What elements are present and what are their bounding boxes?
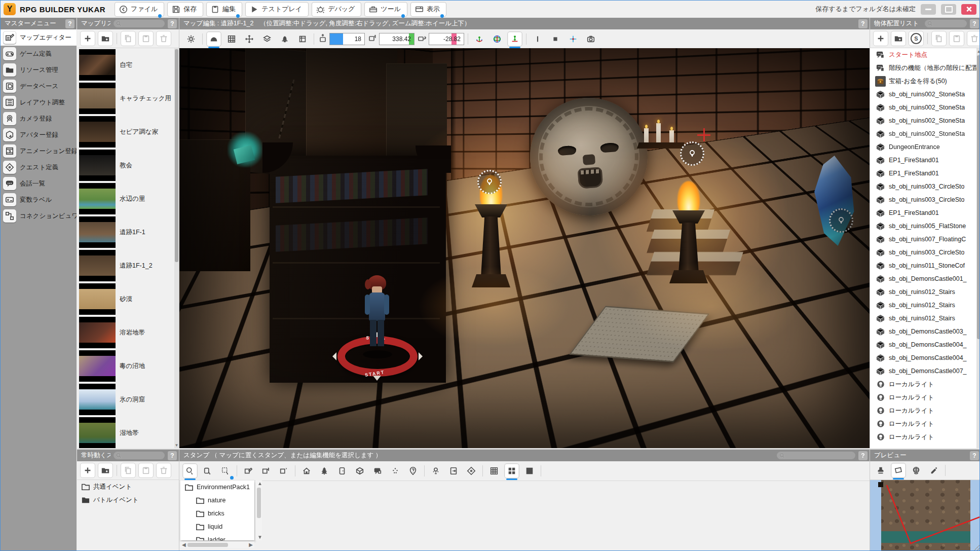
- menu-save-button[interactable]: 保存: [167, 2, 203, 17]
- object-list-item[interactable]: sb_obj_DemonsCastle001_: [870, 272, 980, 285]
- map-list-item[interactable]: セピア調な家: [77, 115, 179, 149]
- add-object-button[interactable]: [873, 31, 888, 46]
- object-list-item[interactable]: sb_obj_DemonsCastle004_: [870, 338, 980, 351]
- stamp-preview-button[interactable]: [873, 463, 888, 478]
- search-box[interactable]: [925, 20, 967, 27]
- sidebar-item-connection-viewer[interactable]: コネクションビュワー: [1, 208, 77, 224]
- maximize-button[interactable]: [941, 4, 956, 15]
- paste-button[interactable]: [138, 31, 154, 46]
- menu-tools-button[interactable]: ツール: [364, 2, 407, 17]
- map-list-item[interactable]: 教会: [77, 149, 179, 182]
- gizmo-translate-icon[interactable]: [472, 31, 487, 47]
- map-list-item[interactable]: 砂漠: [77, 282, 179, 316]
- map-list-item[interactable]: 遺跡1F-1_2: [77, 249, 179, 282]
- sidebar-item-dialogues[interactable]: 会話一覧: [1, 175, 77, 192]
- object-list-item[interactable]: sb_obj_ruins002_StoneSta: [870, 88, 980, 101]
- object-list-item[interactable]: sb_obj_ruins011_StoneCof: [870, 259, 980, 272]
- light-stamp-button[interactable]: [428, 463, 443, 479]
- axis-lock-icon[interactable]: [566, 31, 581, 47]
- angle-value-field[interactable]: 338.42: [379, 33, 414, 45]
- stamp-tree-item[interactable]: bricks: [180, 507, 254, 520]
- globe-preview-button[interactable]: [909, 463, 924, 478]
- box-mode-button[interactable]: [295, 31, 310, 47]
- tilt-value-field[interactable]: -28.82: [429, 33, 464, 45]
- select-zoom-cursor-button[interactable]: [182, 463, 198, 479]
- map-list-item[interactable]: 湿地帯: [77, 416, 179, 448]
- sidebar-item-animation[interactable]: アニメーション登録: [1, 143, 77, 159]
- object-list-item[interactable]: DungeonEntrance: [870, 140, 980, 154]
- select-object-cursor-button[interactable]: [200, 463, 215, 479]
- object-list-item[interactable]: EP1_FireStand01: [870, 167, 980, 180]
- object-list-item[interactable]: sb_obj_DemonsCastle003_: [870, 325, 980, 338]
- frame-rotate-button[interactable]: [891, 463, 906, 478]
- terrain-mode-button[interactable]: [206, 31, 221, 47]
- object-list-item[interactable]: ローカルライト: [870, 430, 980, 444]
- object-list-item[interactable]: sb_obj_DemonsCastle004_: [870, 351, 980, 364]
- stamp-rotate-button[interactable]: [258, 463, 274, 479]
- menu-file-button[interactable]: ファイル: [115, 2, 164, 17]
- stamp-tree-item[interactable]: nature: [180, 494, 254, 507]
- delete-button[interactable]: [156, 463, 171, 478]
- delete-button[interactable]: [967, 31, 980, 46]
- map-list-item[interactable]: 水辺の里: [77, 182, 179, 215]
- close-button[interactable]: [961, 4, 976, 15]
- help-button[interactable]: ?: [168, 19, 177, 28]
- select-rect-cursor-button[interactable]: [218, 463, 233, 479]
- object-list-item[interactable]: sb_obj_ruins012_Stairs: [870, 299, 980, 312]
- object-list-item[interactable]: ローカルライト: [870, 404, 980, 417]
- script-folder-item[interactable]: 共通イベント: [77, 480, 179, 493]
- script-folder-item[interactable]: バトルイベント: [77, 493, 179, 506]
- object-list-item[interactable]: スタート地点: [870, 48, 980, 61]
- sidebar-item-layout[interactable]: レイアウト調整: [1, 94, 77, 111]
- tree-stamp-button[interactable]: [317, 463, 332, 479]
- sidebar-item-quest[interactable]: クエスト定義: [1, 159, 77, 175]
- map-viewport[interactable]: START START: [179, 48, 870, 448]
- object-list-item[interactable]: sb_obj_ruins002_StoneSta: [870, 114, 980, 127]
- stamp-layer-button[interactable]: [259, 31, 275, 47]
- quest-tag-stamp-button[interactable]: [464, 463, 479, 479]
- map-list-item[interactable]: 氷の洞窟: [77, 383, 179, 416]
- copy-button[interactable]: [121, 463, 136, 478]
- search-box[interactable]: [114, 20, 165, 27]
- menu-edit-button[interactable]: 編集: [206, 2, 242, 17]
- light-gizmo-icon[interactable]: [829, 208, 853, 233]
- add-folder-button[interactable]: [891, 31, 906, 46]
- object-list-item[interactable]: ローカルライト: [870, 391, 980, 404]
- delete-button[interactable]: [156, 31, 171, 46]
- s-circle-button[interactable]: S: [909, 31, 924, 46]
- object-list-scrollbar[interactable]: ▲: [976, 48, 980, 448]
- sidebar-item-game-define[interactable]: ゲーム定義: [1, 46, 77, 62]
- help-button[interactable]: ?: [65, 19, 74, 28]
- add-folder-button[interactable]: [98, 31, 113, 46]
- minimize-button[interactable]: [921, 4, 936, 15]
- object-list-item[interactable]: sb_obj_DemonsCastle007_: [870, 364, 980, 378]
- stamp-tree-item[interactable]: liquid: [180, 520, 254, 533]
- paste-button[interactable]: [138, 463, 154, 478]
- house-stamp-button[interactable]: [299, 463, 314, 479]
- object-list-item[interactable]: sb_obj_ruins003_CircleSto: [870, 246, 980, 259]
- grid-mode-button[interactable]: [224, 31, 239, 47]
- object-list-item[interactable]: EP1_FireStand01: [870, 154, 980, 167]
- settings-gear-icon[interactable]: [183, 31, 199, 47]
- help-button[interactable]: ?: [858, 451, 868, 460]
- help-button[interactable]: ?: [858, 19, 868, 28]
- object-list-item[interactable]: sb_obj_ruins003_CircleSto: [870, 180, 980, 193]
- object-list-item[interactable]: sb_obj_ruins003_CircleSto: [870, 193, 980, 206]
- snap-square-icon[interactable]: [548, 31, 563, 47]
- object-list-item[interactable]: sb_obj_ruins007_FloatingC: [870, 233, 980, 246]
- map-list-item[interactable]: キャラチェック用: [77, 82, 179, 115]
- screenshot-camera-icon[interactable]: [583, 31, 598, 47]
- object-list-item[interactable]: 階段の機能（地形の階段に配置: [870, 61, 980, 75]
- sidebar-item-resources[interactable]: リソース管理: [1, 62, 77, 78]
- map-list-scrollbar[interactable]: ▼: [174, 48, 179, 448]
- gizmo-globe-icon[interactable]: [489, 31, 505, 47]
- object-list-item[interactable]: EP1_FireStand01: [870, 206, 980, 219]
- help-button[interactable]: ?: [970, 19, 979, 28]
- add-map-button[interactable]: [80, 31, 95, 46]
- sidebar-item-database[interactable]: データベース: [1, 78, 77, 94]
- sidebar-item-map-editor[interactable]: マップエディター: [1, 29, 77, 46]
- help-button[interactable]: ?: [168, 451, 177, 460]
- object-list-item[interactable]: 宝箱-お金を得る(50): [870, 75, 980, 88]
- light-gizmo-icon[interactable]: [477, 170, 502, 194]
- object-list-item[interactable]: ローカルライト: [870, 378, 980, 391]
